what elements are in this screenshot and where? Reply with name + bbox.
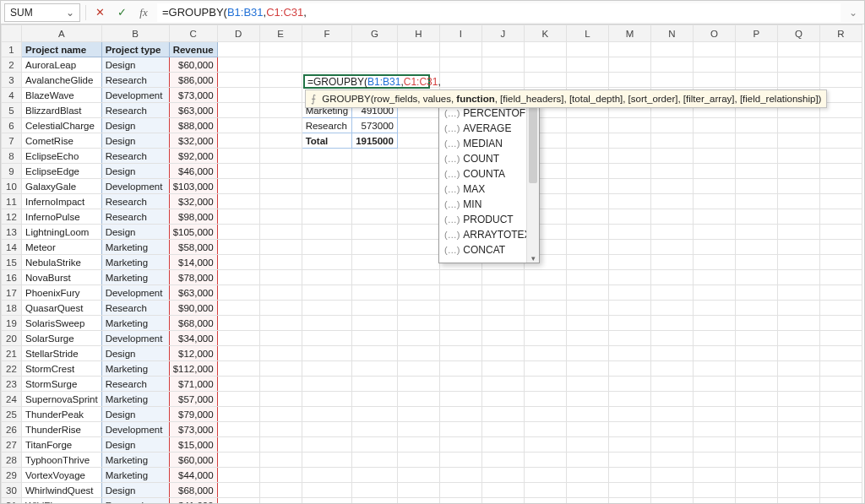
cell[interactable]	[735, 301, 777, 316]
row-header-4[interactable]: 4	[2, 88, 22, 103]
cell[interactable]	[259, 149, 302, 164]
cell[interactable]	[735, 164, 777, 179]
revenue-cell[interactable]: $14,000	[169, 255, 217, 270]
project-name-cell[interactable]: WhirlwindQuest	[22, 483, 102, 498]
project-type-cell[interactable]: Marketing	[101, 468, 169, 483]
row-header-7[interactable]: 7	[2, 133, 22, 149]
row-header-6[interactable]: 6	[2, 118, 22, 133]
cell[interactable]	[735, 392, 777, 407]
row-header-23[interactable]: 23	[2, 377, 22, 392]
project-name-cell[interactable]: QuasarQuest	[22, 301, 102, 316]
project-name-cell[interactable]: NovaBurst	[22, 270, 102, 285]
project-type-cell[interactable]: Research	[101, 103, 169, 118]
row-header-30[interactable]: 30	[2, 483, 22, 498]
row-header-16[interactable]: 16	[2, 270, 22, 285]
cell[interactable]	[777, 498, 819, 504]
project-type-cell[interactable]: Marketing	[101, 392, 169, 407]
cell[interactable]	[439, 437, 481, 453]
cell[interactable]	[524, 392, 566, 407]
project-type-cell[interactable]: Marketing	[101, 361, 169, 377]
cell[interactable]	[259, 437, 302, 453]
cell[interactable]	[735, 149, 777, 164]
cell[interactable]	[352, 194, 398, 209]
cell[interactable]	[566, 422, 608, 437]
table-header-cell[interactable]: Revenue	[169, 42, 217, 57]
cell[interactable]	[524, 57, 566, 73]
cell[interactable]	[259, 179, 302, 194]
cell[interactable]	[259, 57, 302, 73]
cell[interactable]	[650, 133, 693, 149]
cell[interactable]	[259, 133, 302, 149]
cell[interactable]	[302, 453, 352, 468]
cell[interactable]	[481, 270, 524, 285]
cell[interactable]	[352, 225, 398, 240]
name-box[interactable]: SUM ⌄	[4, 3, 80, 22]
cell[interactable]	[566, 301, 608, 316]
cell[interactable]	[693, 285, 735, 301]
project-type-cell[interactable]: Research	[101, 377, 169, 392]
cell[interactable]	[693, 483, 735, 498]
cell[interactable]	[352, 301, 398, 316]
cell[interactable]	[217, 377, 259, 392]
cell[interactable]	[302, 240, 352, 255]
cell[interactable]	[693, 407, 735, 422]
autocomplete-item[interactable]: (…)COUNTA	[439, 166, 539, 182]
row-header-17[interactable]: 17	[2, 285, 22, 301]
cell[interactable]	[524, 331, 566, 346]
cancel-formula-button[interactable]: ✕	[91, 4, 108, 21]
spill-label-cell[interactable]: Total	[302, 133, 352, 149]
row-header-22[interactable]: 22	[2, 361, 22, 377]
cell[interactable]	[352, 179, 398, 194]
cell[interactable]	[819, 133, 862, 149]
cell[interactable]	[302, 255, 352, 270]
cell[interactable]	[352, 377, 398, 392]
cell[interactable]	[302, 468, 352, 483]
cell[interactable]	[397, 255, 439, 270]
revenue-cell[interactable]: $88,000	[169, 118, 217, 133]
cell[interactable]	[259, 194, 302, 209]
formula-input[interactable]: =GROUPBY(B1:B31,C1:C31,	[157, 3, 841, 22]
revenue-cell[interactable]: $103,000	[169, 179, 217, 194]
cell[interactable]	[693, 133, 735, 149]
cell[interactable]	[608, 42, 650, 57]
column-header-D[interactable]: D	[217, 25, 259, 42]
cell[interactable]	[259, 468, 302, 483]
cell[interactable]	[819, 407, 862, 422]
cell[interactable]	[352, 149, 398, 164]
cell[interactable]	[302, 179, 352, 194]
column-header-F[interactable]: F	[302, 25, 352, 42]
row-header-10[interactable]: 10	[2, 179, 22, 194]
cell[interactable]	[650, 225, 693, 240]
cell[interactable]	[524, 270, 566, 285]
cell[interactable]	[352, 453, 398, 468]
active-cell-editor[interactable]: =GROUPBY(B1:B31,C1:C31,	[303, 74, 430, 89]
cell[interactable]	[819, 468, 862, 483]
cell[interactable]	[693, 498, 735, 504]
cell[interactable]	[608, 437, 650, 453]
cell[interactable]	[397, 453, 439, 468]
cell[interactable]	[302, 285, 352, 301]
cell[interactable]	[650, 209, 693, 225]
cell[interactable]	[777, 270, 819, 285]
cell[interactable]	[259, 270, 302, 285]
cell[interactable]	[693, 437, 735, 453]
cell[interactable]	[439, 407, 481, 422]
row-header-12[interactable]: 12	[2, 209, 22, 225]
cell[interactable]	[608, 285, 650, 301]
cell[interactable]	[259, 285, 302, 301]
cell[interactable]	[352, 346, 398, 361]
cell[interactable]	[650, 346, 693, 361]
revenue-cell[interactable]: $98,000	[169, 209, 217, 225]
project-name-cell[interactable]: EclipseEdge	[22, 164, 102, 179]
cell[interactable]	[777, 316, 819, 331]
project-name-cell[interactable]: NebulaStrike	[22, 255, 102, 270]
row-header-11[interactable]: 11	[2, 194, 22, 209]
cell[interactable]	[397, 361, 439, 377]
cell[interactable]	[650, 285, 693, 301]
cell[interactable]	[259, 240, 302, 255]
cell[interactable]	[819, 149, 862, 164]
cell[interactable]	[439, 453, 481, 468]
column-header-M[interactable]: M	[608, 25, 650, 42]
cell[interactable]	[566, 392, 608, 407]
cell[interactable]	[608, 225, 650, 240]
